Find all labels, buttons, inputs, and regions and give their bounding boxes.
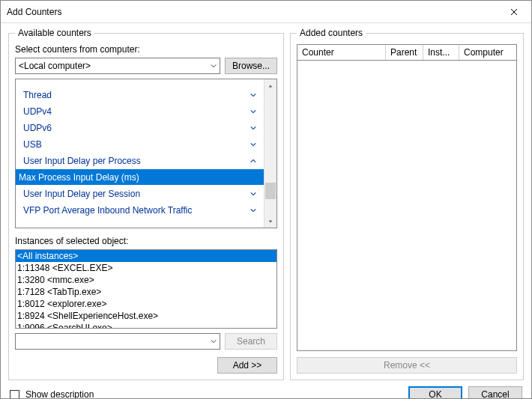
counter-item[interactable]: User Input Delay per Process [16, 153, 264, 169]
chevron-up-icon[interactable] [249, 158, 258, 164]
counter-item-label: User Input Delay per Session [23, 189, 249, 199]
counters-scrollbar[interactable] [264, 79, 276, 228]
remove-button[interactable]: Remove << [297, 357, 517, 374]
dialog-footer: Show description OK Cancel [1, 380, 531, 399]
counter-item-label: Max Process Input Delay (ms) [19, 172, 258, 183]
col-parent[interactable]: Parent [386, 45, 423, 60]
chevron-down-icon[interactable] [249, 141, 258, 147]
computer-combobox-value: <Local computer> [19, 61, 91, 71]
scroll-up-icon[interactable] [265, 79, 276, 92]
counter-item-label: USB [23, 139, 249, 150]
counter-item[interactable]: User Input Delay per Session [16, 186, 264, 202]
instance-item[interactable]: <All instances> [16, 250, 276, 262]
counters-listbox[interactable]: ThreadUDPv4UDPv6USBUser Input Delay per … [15, 79, 277, 228]
chevron-down-icon[interactable] [249, 191, 258, 197]
chevron-down-icon [211, 336, 217, 347]
close-icon [510, 8, 518, 16]
dialog-body: Available counters Select counters from … [1, 23, 531, 380]
browse-button[interactable]: Browse... [225, 58, 277, 74]
scroll-down-icon[interactable] [265, 215, 276, 228]
instance-item[interactable]: 1:9096 <SearchUI.exe> [16, 322, 276, 329]
counter-sub-item[interactable]: Max Process Input Delay (ms) [16, 169, 264, 186]
col-computer[interactable]: Computer [459, 45, 516, 60]
instance-filter-combobox[interactable] [15, 333, 220, 350]
cancel-button[interactable]: Cancel [468, 386, 522, 399]
instance-item[interactable]: 1:8012 <explorer.exe> [16, 298, 276, 310]
scroll-thumb[interactable] [265, 183, 276, 199]
instances-listbox[interactable]: <All instances>1:11348 <EXCEL.EXE>1:3280… [15, 249, 277, 329]
instance-item[interactable]: 1:7128 <TabTip.exe> [16, 286, 276, 298]
window-title: Add Counters [7, 7, 497, 17]
select-computer-label: Select counters from computer: [15, 44, 277, 55]
title-bar: Add Counters [1, 1, 531, 23]
counter-item[interactable]: USB [16, 136, 264, 153]
counter-item-label: UDPv6 [23, 123, 249, 133]
added-counters-legend: Added counters [297, 28, 366, 38]
available-counters-group: Available counters Select counters from … [8, 28, 284, 380]
computer-combobox[interactable]: <Local computer> [15, 58, 220, 74]
added-counters-list[interactable] [297, 61, 517, 351]
chevron-down-icon[interactable] [249, 125, 258, 131]
search-button[interactable]: Search [225, 333, 277, 350]
counter-item[interactable]: Thread [16, 87, 264, 103]
chevron-down-icon [211, 61, 217, 71]
col-counter[interactable]: Counter [297, 45, 386, 60]
counter-item-label: VFP Port Average Inbound Network Traffic [23, 205, 249, 216]
counter-item[interactable]: UDPv4 [16, 103, 264, 120]
instance-item[interactable]: 1:8924 <ShellExperienceHost.exe> [16, 310, 276, 322]
counter-item-label: User Input Delay per Process [23, 156, 249, 166]
added-counters-group: Added counters Counter Parent Inst... Co… [290, 28, 524, 380]
ok-button[interactable]: OK [408, 386, 462, 399]
chevron-down-icon[interactable] [249, 207, 258, 213]
show-description-checkbox[interactable] [10, 390, 19, 400]
counter-item[interactable]: VFP Port Average Inbound Network Traffic [16, 202, 264, 219]
instances-label: Instances of selected object: [15, 236, 277, 246]
counter-item[interactable]: UDPv6 [16, 120, 264, 136]
chevron-down-icon[interactable] [249, 92, 258, 98]
add-button[interactable]: Add >> [217, 357, 277, 374]
col-instance[interactable]: Inst... [423, 45, 459, 60]
counter-item-label: Thread [23, 90, 249, 100]
added-counters-header: Counter Parent Inst... Computer [297, 44, 517, 61]
show-description-label[interactable]: Show description [25, 389, 94, 399]
instance-item[interactable]: 1:3280 <mmc.exe> [16, 274, 276, 286]
available-counters-legend: Available counters [15, 28, 94, 38]
chevron-down-icon[interactable] [249, 109, 258, 115]
instance-item[interactable]: 1:11348 <EXCEL.EXE> [16, 262, 276, 274]
close-button[interactable] [497, 1, 531, 23]
counter-item-label: UDPv4 [23, 106, 249, 117]
